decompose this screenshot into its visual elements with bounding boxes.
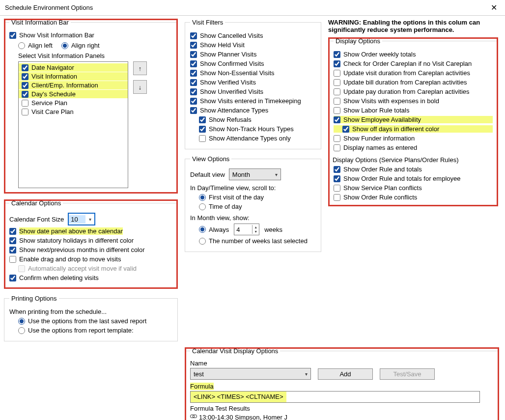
update-visit-dur-checkbox[interactable]	[334, 70, 340, 77]
show-date-panel-checkbox[interactable]	[9, 228, 16, 235]
confirm-delete-checkbox[interactable]	[9, 275, 16, 281]
show-nontrack-checkbox[interactable]	[199, 126, 206, 133]
move-down-button[interactable]: ↓	[133, 80, 147, 94]
show-planner-checkbox[interactable]	[190, 51, 197, 58]
use-template-radio[interactable]	[18, 327, 25, 334]
weekly-totals-checkbox[interactable]	[334, 51, 340, 58]
show-next-prev-months-label: Show next/previous months in different c…	[19, 246, 145, 253]
show-attendance-only-checkbox[interactable]	[199, 135, 206, 142]
show-held-checkbox[interactable]	[190, 42, 197, 49]
show-visit-info-bar-checkbox[interactable]	[9, 32, 16, 39]
cvdo-name-select[interactable]: test ▾	[190, 368, 311, 380]
time-of-day-radio[interactable]	[199, 203, 206, 210]
test-save-button[interactable]: Test/Save	[380, 368, 435, 380]
move-up-button[interactable]: ↑	[133, 61, 147, 75]
rule-conflicts-checkbox[interactable]	[334, 194, 340, 201]
visit-info-panels-list[interactable]: Date Navigator Visit Information Client/…	[18, 61, 128, 188]
performance-warning: WARNING: Enabling the options in this co…	[328, 19, 498, 33]
weeks-input[interactable]	[234, 225, 252, 234]
show-stat-holidays-label: Show statutory holidays in different col…	[19, 237, 134, 244]
rule-totals-checkbox[interactable]	[334, 166, 340, 173]
default-view-select[interactable]: Month ▾	[229, 168, 281, 180]
when-printing-label: When printing from the schedule...	[9, 308, 172, 315]
show-verified-checkbox[interactable]	[190, 79, 197, 86]
show-attendance-checkbox[interactable]	[190, 107, 197, 114]
align-right-radio[interactable]	[61, 42, 68, 49]
show-refusals-label: Show Refusals	[209, 116, 252, 123]
panel-visit-care-plan-label: Visit Care Plan	[31, 108, 74, 115]
show-attendance-label: Show Attendance Types	[200, 107, 268, 114]
align-left-radio[interactable]	[18, 42, 25, 49]
show-stat-holidays-checkbox[interactable]	[9, 237, 16, 244]
panel-visit-care-plan-checkbox[interactable]	[22, 109, 28, 115]
close-icon[interactable]: ✕	[488, 3, 500, 12]
first-visit-label: First visit of the day	[209, 194, 264, 201]
use-last-saved-radio[interactable]	[18, 318, 25, 325]
view-options-group: View Options Default view Month ▾ In Day…	[185, 155, 321, 252]
update-pay-dur-label: Update pay duration from Careplan activi…	[343, 88, 470, 95]
update-pay-dur-checkbox[interactable]	[334, 88, 340, 95]
expenses-bold-label: Show Visits with expenses in bold	[343, 97, 439, 105]
show-nonessential-label: Show Non-Essential Visits	[200, 69, 275, 77]
show-refusals-checkbox[interactable]	[199, 116, 206, 123]
show-planner-label: Show Planner Visits	[200, 51, 256, 58]
window-title: Schedule Environment Options	[5, 4, 93, 11]
show-next-prev-months-checkbox[interactable]	[9, 247, 16, 253]
calendar-options-legend: Calendar Options	[9, 199, 63, 207]
show-confirmed-checkbox[interactable]	[190, 60, 197, 67]
sp-conflicts-checkbox[interactable]	[334, 185, 340, 192]
num-weeks-last-label: The number of weeks last selected	[209, 237, 308, 245]
panel-date-navigator-checkbox[interactable]	[22, 64, 28, 71]
panel-days-schedule-checkbox[interactable]	[22, 91, 28, 98]
panel-client-emp-info-checkbox[interactable]	[22, 82, 28, 89]
show-nontrack-label: Show Non-Track Hours Types	[209, 125, 294, 133]
panel-service-plan-checkbox[interactable]	[22, 100, 28, 107]
check-careplan-label: Check for Order Careplan if no Visit Car…	[343, 60, 472, 67]
show-date-panel-label: Show date panel above the calendar	[19, 227, 123, 235]
enable-drag-drop-label: Enable drag and drop to move visits	[19, 255, 121, 263]
expenses-bold-checkbox[interactable]	[334, 98, 340, 105]
check-careplan-checkbox[interactable]	[334, 60, 340, 67]
update-bill-dur-checkbox[interactable]	[334, 79, 340, 86]
show-held-label: Show Held Visit	[200, 41, 245, 49]
panel-visit-information-checkbox[interactable]	[22, 73, 28, 80]
sp-conflicts-label: Show Service Plan conflicts	[343, 184, 422, 192]
spin-down-icon[interactable]: ▼	[252, 229, 259, 234]
display-options-sp-legend: Display Options (Service Plans/Order Rul…	[331, 156, 460, 164]
first-visit-radio[interactable]	[199, 194, 206, 201]
enable-drag-drop-checkbox[interactable]	[9, 256, 16, 263]
rule-totals-emp-label: Show Order Rule and totals for employee	[343, 175, 460, 182]
show-unverified-checkbox[interactable]	[190, 88, 197, 95]
cvdo-formula-input[interactable]: <LINK> <TIMES> <CLTNAME>	[190, 391, 480, 403]
show-confirmed-label: Show Confirmed Visits	[200, 60, 264, 67]
calendar-visit-display-options-group: Calendar Visit Display Options Name test…	[185, 347, 499, 420]
names-entered-label: Display names as entered	[343, 144, 417, 151]
off-days-color-checkbox[interactable]	[342, 126, 349, 133]
use-last-saved-label: Use the options from the last saved repo…	[28, 317, 146, 325]
add-button[interactable]: Add	[318, 368, 373, 380]
num-weeks-last-radio[interactable]	[199, 238, 206, 245]
chevron-down-icon: ▾	[275, 172, 278, 177]
view-options-legend: View Options	[190, 155, 231, 163]
funder-info-checkbox[interactable]	[334, 135, 340, 142]
calendar-font-size-select[interactable]: ▾	[68, 213, 95, 225]
always-radio[interactable]	[199, 226, 206, 233]
show-timekeeping-checkbox[interactable]	[190, 98, 197, 105]
weeks-suffix: weeks	[264, 226, 282, 233]
weeks-spinner[interactable]: ▲▼	[234, 224, 259, 235]
visit-info-bar-legend: Visit Information Bar	[9, 19, 71, 26]
emp-avail-checkbox[interactable]	[334, 116, 340, 123]
labor-totals-checkbox[interactable]	[334, 107, 340, 114]
names-entered-checkbox[interactable]	[334, 144, 340, 151]
confirm-delete-label: Confirm when deleting visits	[19, 274, 99, 281]
spin-up-icon[interactable]: ▲	[252, 225, 259, 229]
cvdo-formula-value: <LINK> <TIMES> <CLTNAME>	[191, 392, 286, 402]
show-nonessential-checkbox[interactable]	[190, 70, 197, 77]
rule-totals-label: Show Order Rule and totals	[343, 166, 422, 173]
show-cancelled-checkbox[interactable]	[190, 32, 197, 39]
rule-totals-emp-checkbox[interactable]	[334, 175, 340, 182]
printing-options-legend: Printing Options	[9, 295, 59, 302]
arrow-down-icon: ↓	[139, 84, 142, 91]
panel-service-plan-label: Service Plan	[31, 99, 67, 107]
calendar-font-size-input[interactable]	[69, 215, 85, 224]
